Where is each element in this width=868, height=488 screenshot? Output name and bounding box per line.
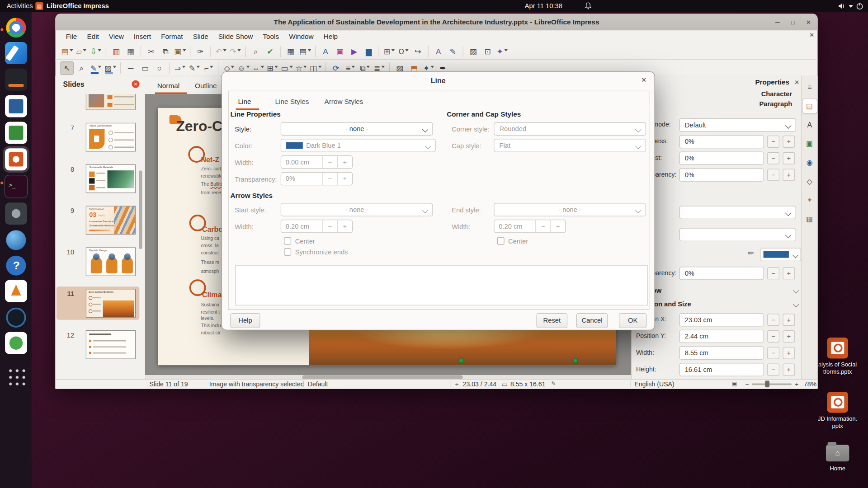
tab-outline[interactable]: Outline <box>195 79 217 93</box>
rectangle-tool[interactable]: ▭ <box>138 61 151 74</box>
vscode[interactable] <box>5 42 27 64</box>
lines-arrows-tool[interactable]: ⇒ <box>173 61 186 74</box>
position-y-minus-button[interactable]: − <box>767 330 779 343</box>
arrow-width-end-spinner[interactable]: 0.20 cm − + <box>494 220 566 233</box>
insert-image-button[interactable]: ▣ <box>333 45 346 58</box>
contrast-input[interactable]: 0% <box>679 152 764 165</box>
open-file-button[interactable]: ▱ <box>75 45 88 58</box>
zoom-slider[interactable] <box>752 384 792 385</box>
body-text[interactable]: Zero- carb <box>201 165 222 173</box>
body-text[interactable]: atmosph <box>201 268 219 275</box>
green[interactable] <box>5 332 27 354</box>
transparency-minus-button[interactable]: − <box>322 173 337 185</box>
arrow-width-start-spinner[interactable]: 0.20 cm − + <box>281 220 353 233</box>
fontwork-button[interactable]: A <box>432 45 445 58</box>
master-slide-name[interactable]: Default <box>308 380 328 389</box>
tab-normal[interactable]: Normal <box>157 79 179 93</box>
sidebar-menu-tab[interactable]: ≡ <box>802 80 817 95</box>
document-modified-icon[interactable]: ✎ <box>552 380 556 389</box>
start-style-select[interactable]: - none - <box>281 203 433 216</box>
slides-panel-close-icon[interactable]: ✕ <box>132 80 139 88</box>
slide-thumbnail-8[interactable]: 8 Sustainable Materials <box>55 164 139 197</box>
line-style-select[interactable] <box>679 206 796 219</box>
contrast-minus-button[interactable]: − <box>767 152 779 164</box>
cancel-button[interactable]: Cancel <box>576 313 608 328</box>
cut-button[interactable]: ✂ <box>145 45 158 58</box>
slide-thumbnail-12[interactable]: 12 <box>55 330 139 362</box>
color-mode-select[interactable]: Default <box>679 118 796 131</box>
texted[interactable] <box>5 69 27 91</box>
arrow-width-end-plus-button[interactable]: + <box>550 220 565 232</box>
insert-textbox-button[interactable]: A <box>319 45 332 58</box>
tab-line-styles[interactable]: Line Styles <box>273 94 311 109</box>
tab-arrow-styles[interactable]: Arrow Styles <box>322 94 366 109</box>
desktop-file-jd-information[interactable]: JD Information. pptx <box>814 392 861 429</box>
center-end-checkbox[interactable] <box>497 237 505 244</box>
slide-thumbnail-6[interactable]: 6 <box>55 94 139 113</box>
dialog-close-icon[interactable]: ✕ <box>641 76 646 84</box>
position-y-plus-button[interactable]: + <box>783 330 795 343</box>
corner-style-select[interactable]: Rounded <box>494 122 646 136</box>
menu-slide[interactable]: Slide <box>188 30 213 43</box>
body-text[interactable]: construc <box>201 249 218 257</box>
new-document-button[interactable]: ▤ <box>60 45 73 58</box>
redo-button[interactable]: ↷ <box>229 45 242 58</box>
power-icon[interactable] <box>856 2 863 10</box>
position-y-input[interactable]: 2.44 cm <box>679 330 764 343</box>
fill-color-tool[interactable]: ▨ <box>104 61 117 74</box>
animation-tab[interactable]: ✦ <box>802 193 817 207</box>
menu-window[interactable]: Window <box>284 30 318 43</box>
arrow-width-start-minus-button[interactable]: − <box>322 220 337 232</box>
selection-handle[interactable] <box>574 358 578 363</box>
synchronize-ends-checkbox[interactable] <box>284 249 291 256</box>
menu-edit[interactable]: Edit <box>82 30 104 43</box>
shapes-tab[interactable]: ◇ <box>802 174 817 189</box>
line-transparency-minus-button[interactable]: − <box>767 267 779 279</box>
display-grid-button[interactable]: ▦ <box>284 45 297 58</box>
sidebar-close-icon[interactable]: ✕ <box>794 79 799 86</box>
width-plus-button[interactable]: + <box>337 156 352 168</box>
body-text[interactable]: from rene <box>201 189 221 197</box>
zoom-out-button[interactable]: − <box>745 380 749 389</box>
shadow-expander-icon[interactable] <box>793 287 799 294</box>
insert-chart-button[interactable]: ▆ <box>362 45 375 58</box>
body-text[interactable]: Sustaina <box>201 301 219 309</box>
body-text[interactable]: The Bullitt <box>201 181 222 188</box>
height-minus-button[interactable]: − <box>767 363 779 375</box>
section-paragraph[interactable]: Paragraph <box>760 100 793 108</box>
zoom-slider-thumb[interactable] <box>765 380 769 387</box>
menu-help[interactable]: Help <box>319 30 343 43</box>
help[interactable] <box>6 256 26 276</box>
crop-button[interactable]: ⊡ <box>481 45 494 58</box>
line-color-dropdown[interactable] <box>760 248 801 261</box>
height-input[interactable]: 16.61 cm <box>679 363 764 376</box>
minimize-button[interactable]: ─ <box>773 18 782 27</box>
ok-button[interactable]: OK <box>619 313 646 328</box>
image-transparency-plus-button[interactable]: + <box>783 169 795 181</box>
export-pdf-button[interactable]: ▥ <box>109 45 123 58</box>
position-x-minus-button[interactable]: − <box>767 314 779 326</box>
bullet-heading[interactable]: Net-Z <box>201 155 219 164</box>
menu-insert[interactable]: Insert <box>129 30 156 43</box>
calc[interactable] <box>5 122 27 144</box>
line-width-spinner[interactable]: 0.00 cm − + <box>281 155 353 169</box>
zoom-tool[interactable]: ⌕ <box>75 61 88 74</box>
body-text[interactable]: renewable <box>201 173 222 180</box>
desktop-file-social-platforms[interactable]: alysis of Social tforms.pptx <box>814 338 861 375</box>
body-text[interactable]: These m <box>201 259 219 266</box>
center-start-checkbox[interactable] <box>284 237 291 244</box>
tab-line[interactable]: Line <box>236 94 254 109</box>
select-tool[interactable]: ↖ <box>60 61 73 74</box>
slide-thumbnail-10[interactable]: 10 Biophilic Design <box>55 247 139 279</box>
menu-tools[interactable]: Tools <box>258 30 284 43</box>
line-style-select[interactable]: - none - <box>281 122 433 136</box>
ellipse-tool[interactable]: ○ <box>153 61 166 74</box>
window-titlebar[interactable]: The Application of Sustainable Developme… <box>55 14 817 31</box>
close-button[interactable]: ✕ <box>804 18 813 27</box>
brightness-minus-button[interactable]: − <box>767 136 779 148</box>
zoom-percentage[interactable]: 78% <box>804 380 816 389</box>
print-button[interactable]: ▦ <box>124 45 137 58</box>
position-x-plus-button[interactable]: + <box>783 314 795 326</box>
filter-button[interactable]: ✦ <box>495 45 509 58</box>
activities-button[interactable]: Activities <box>7 0 33 12</box>
